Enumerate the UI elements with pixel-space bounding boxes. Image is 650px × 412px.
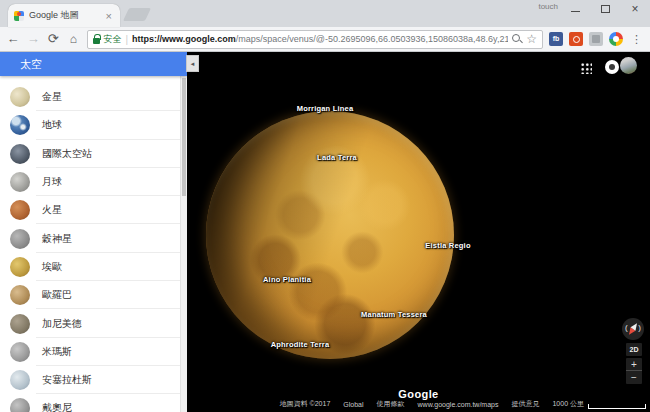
- account-avatar[interactable]: [620, 57, 637, 74]
- minimize-icon: [571, 6, 580, 12]
- sidebar-item-label: 火星: [42, 203, 62, 217]
- map-feature-label: Aino Planitia: [263, 275, 311, 284]
- sidebar-item-label: 埃歐: [42, 260, 62, 274]
- zoom-in-button[interactable]: +: [626, 358, 642, 371]
- sidebar-item-mimas[interactable]: 米瑪斯: [0, 338, 187, 366]
- map-data-copyright: 地圖資料 ©2017: [280, 399, 331, 409]
- sidebar-item-io[interactable]: 埃歐: [0, 253, 187, 281]
- sidebar-item-label: 地球: [42, 118, 62, 132]
- compass-control[interactable]: ( ): [622, 318, 644, 340]
- feedback-link[interactable]: 提供意見: [511, 399, 539, 409]
- url-path: /maps/space/venus/@-50.2695096,66.050393…: [236, 34, 508, 44]
- sidebar-item-earth[interactable]: 地球: [0, 111, 187, 139]
- sidebar-item-mars[interactable]: 火星: [0, 196, 187, 224]
- sidebar-list: 金星地球國際太空站月球火星穀神星埃歐歐羅巴加尼美德米瑪斯安塞拉杜斯戴奧尼: [0, 76, 187, 412]
- omnibox-separator: |: [126, 34, 129, 45]
- space-sidebar: 太空 金星地球國際太空站月球火星穀神星埃歐歐羅巴加尼美德米瑪斯安塞拉杜斯戴奧尼: [0, 52, 187, 412]
- scrollbar-thumb[interactable]: [182, 78, 186, 196]
- map-scale: 1000 公里: [552, 399, 646, 409]
- sidebar-item-label: 加尼美德: [42, 317, 82, 331]
- scale-bar: [588, 404, 646, 409]
- scale-label: 1000 公里: [552, 399, 584, 409]
- moon-thumbnail-icon: [10, 172, 30, 192]
- window-maximize-button[interactable]: [592, 0, 618, 18]
- tab-title: Google 地圖: [29, 9, 104, 22]
- iss-thumbnail-icon: [10, 144, 30, 164]
- close-icon: ×: [631, 4, 638, 14]
- google-apps-grid-icon[interactable]: [580, 62, 592, 74]
- url-text: https://www.google.com/maps/space/venus/…: [132, 34, 508, 44]
- reload-button[interactable]: ⟳: [46, 31, 60, 47]
- enceladus-thumbnail-icon: [10, 370, 30, 390]
- sidebar-item-ganymede[interactable]: 加尼美德: [0, 309, 187, 337]
- page-content: 太空 金星地球國際太空站月球火星穀神星埃歐歐羅巴加尼美德米瑪斯安塞拉杜斯戴奧尼 …: [0, 52, 650, 412]
- maximize-icon: [601, 5, 610, 13]
- back-button[interactable]: ←: [6, 31, 20, 47]
- facebook-extension-icon[interactable]: fb: [549, 32, 563, 46]
- forward-button[interactable]: →: [26, 31, 40, 47]
- europa-thumbnail-icon: [10, 285, 30, 305]
- terms-link[interactable]: 使用條款: [377, 399, 405, 409]
- browser-toolbar: ← → ⟳ ⌂ 安全 | https://www.google.com/maps…: [0, 27, 650, 52]
- browser-tab[interactable]: Google 地圖 ×: [8, 4, 120, 27]
- map-feature-label: Eistla Regio: [425, 241, 470, 250]
- window-close-button[interactable]: ×: [622, 0, 648, 18]
- map-attribution: 地圖資料 ©2017 Global 使用條款 www.google.com.tw…: [280, 399, 646, 409]
- google-maps-favicon-icon: [14, 11, 24, 21]
- space-map-canvas[interactable]: Morrigan LineaLada TerraEistla RegioAino…: [187, 52, 650, 412]
- ceres-thumbnail-icon: [10, 229, 30, 249]
- sidebar-item-venus[interactable]: 金星: [0, 83, 187, 111]
- notifications-icon[interactable]: [605, 60, 619, 74]
- browser-window: Google 地圖 × touch × ← → ⟳ ⌂ 安全 | https:/…: [0, 0, 650, 412]
- sidebar-item-enceladus[interactable]: 安塞拉杜斯: [0, 366, 187, 394]
- sidebar-item-ceres[interactable]: 穀神星: [0, 224, 187, 252]
- mars-thumbnail-icon: [10, 200, 30, 220]
- zoom-out-button[interactable]: −: [626, 371, 642, 384]
- compass-right-arc: ): [638, 323, 641, 332]
- 2d-toggle-button[interactable]: 2D: [626, 343, 642, 356]
- ganymede-thumbnail-icon: [10, 314, 30, 334]
- address-bar[interactable]: 安全 | https://www.google.com/maps/space/v…: [87, 30, 544, 49]
- generic-extension-icon[interactable]: [589, 32, 603, 46]
- zoom-controls: + −: [626, 358, 642, 384]
- map-feature-label: Lada Terra: [317, 153, 357, 162]
- sidebar-item-label: 戴奧尼: [42, 401, 72, 412]
- window-title: touch: [538, 2, 558, 11]
- sidebar-item-dione[interactable]: 戴奧尼: [0, 394, 187, 412]
- sidebar-item-iss[interactable]: 國際太空站: [0, 140, 187, 168]
- sidebar-scrollbar[interactable]: [180, 76, 187, 412]
- browser-menu-icon[interactable]: ⋮: [629, 33, 644, 46]
- office-extension-icon[interactable]: [569, 32, 583, 46]
- map-feature-label: Aphrodite Terra: [271, 340, 330, 349]
- sidebar-collapse-button[interactable]: ◄: [186, 55, 199, 72]
- venus-planet[interactable]: [206, 111, 454, 359]
- window-minimize-button[interactable]: [562, 0, 588, 18]
- sidebar-item-label: 金星: [42, 90, 62, 104]
- attribution-global[interactable]: Global: [343, 401, 363, 408]
- new-tab-button[interactable]: [123, 8, 151, 21]
- google-extension-icon[interactable]: [609, 32, 623, 46]
- sidebar-item-label: 國際太空站: [42, 147, 92, 161]
- home-button[interactable]: ⌂: [66, 31, 80, 47]
- io-thumbnail-icon: [10, 257, 30, 277]
- maps-url-link[interactable]: www.google.com.tw/maps: [418, 401, 499, 408]
- tab-close-icon[interactable]: ×: [104, 10, 114, 22]
- sidebar-item-label: 歐羅巴: [42, 288, 72, 302]
- sidebar-item-label: 穀神星: [42, 232, 72, 246]
- zoom-page-icon[interactable]: [512, 34, 522, 44]
- sidebar-item-label: 月球: [42, 175, 62, 189]
- dione-thumbnail-icon: [10, 398, 30, 412]
- sidebar-item-label: 安塞拉杜斯: [42, 373, 92, 387]
- sidebar-header: 太空: [0, 52, 187, 76]
- venus-thumbnail-icon: [10, 87, 30, 107]
- earth-thumbnail-icon: [10, 115, 30, 135]
- sidebar-item-moon[interactable]: 月球: [0, 168, 187, 196]
- secure-lock-icon: [93, 38, 100, 44]
- mimas-thumbnail-icon: [10, 342, 30, 362]
- bookmark-star-icon[interactable]: ☆: [526, 33, 537, 45]
- sidebar-item-label: 米瑪斯: [42, 345, 72, 359]
- tab-strip: Google 地圖 × touch ×: [0, 0, 650, 27]
- sidebar-item-europa[interactable]: 歐羅巴: [0, 281, 187, 309]
- map-feature-label: Morrigan Linea: [297, 104, 354, 113]
- url-domain: https://www.google.com: [132, 34, 236, 44]
